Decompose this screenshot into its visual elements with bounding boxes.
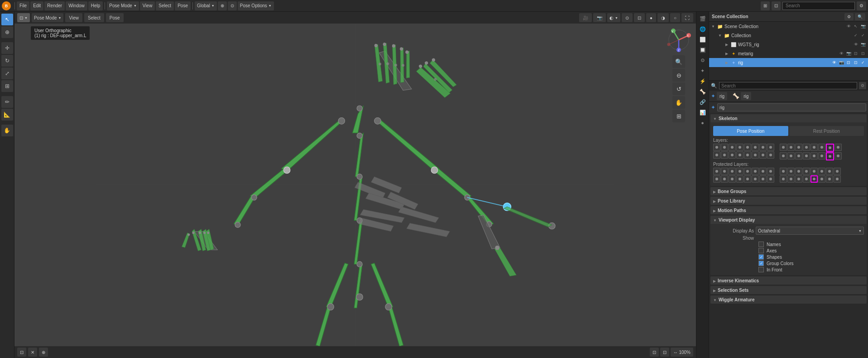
vis-icon-cursor[interactable]: ↖ — [853, 23, 859, 29]
vp-zoom-in[interactable]: 🔍 — [672, 55, 685, 68]
prot-r-1-1[interactable] — [787, 175, 795, 183]
tree-expand-scene[interactable] — [711, 24, 715, 29]
layer-l-1-2[interactable] — [729, 151, 736, 159]
layer-l-1-7[interactable] — [767, 151, 774, 159]
layer-l-0-3[interactable] — [736, 144, 743, 151]
prot-r-1-0[interactable] — [780, 175, 787, 183]
vp-cam-btn[interactable]: 🎥 — [579, 13, 592, 22]
prot-r-0-7[interactable] — [834, 168, 841, 175]
pose-options-selector[interactable]: Pose Options ▼ — [238, 1, 274, 10]
vis-check2[interactable]: ✓ — [860, 32, 866, 39]
vis-metarig-extra[interactable]: ⊡ — [853, 50, 859, 57]
prot-l-1-1[interactable] — [721, 175, 728, 183]
prot-r-0-3[interactable] — [803, 168, 810, 175]
vis-check1[interactable]: ✓ — [853, 32, 859, 39]
vis-metarig-extra2[interactable]: ⊡ — [860, 50, 866, 57]
rest-position-btn[interactable]: Rest Position — [789, 126, 864, 136]
prot-l-0-6[interactable] — [759, 168, 767, 175]
prot-r-1-5[interactable] — [818, 175, 825, 183]
layer-l-1-1[interactable] — [721, 151, 728, 159]
mode-selector[interactable]: Pose Mode ▼ — [107, 1, 139, 10]
prot-r-1-7[interactable] — [834, 175, 841, 183]
vp-footer-right1[interactable]: ⊡ — [650, 348, 659, 357]
tree-item-scene-collection[interactable]: 📁 Scene Collection 👁 ↖ 📷 — [709, 22, 868, 31]
menu-select[interactable]: Select — [156, 1, 174, 10]
scale-tool[interactable]: ⤢ — [1, 68, 13, 79]
vp-orbit[interactable]: ↺ — [672, 82, 685, 95]
props-icon-particles[interactable]: ✦ — [698, 66, 708, 76]
pose-library-header[interactable]: Pose Library — [710, 197, 867, 205]
props-filter-btn[interactable]: ⚙ — [859, 82, 866, 89]
vis-rig-extra3[interactable]: ✓ — [860, 59, 866, 66]
obj-tab-rig2[interactable]: rig — [741, 92, 751, 100]
layer-l-0-2[interactable] — [729, 144, 736, 151]
menu-help[interactable]: Help — [88, 1, 103, 10]
vp-walk[interactable]: ⊞ — [672, 110, 685, 122]
layer-r-0-2[interactable] — [795, 144, 802, 151]
vp-view-btn[interactable]: View — [65, 13, 82, 22]
bone-groups-header[interactable]: Bone Groups — [710, 187, 867, 195]
outliner-btn[interactable]: ⊞ — [761, 1, 770, 10]
props-icon-obj-data[interactable]: 🔲 — [698, 45, 708, 55]
prot-l-1-2[interactable] — [729, 175, 736, 183]
prot-l-0-7[interactable] — [767, 168, 774, 175]
display-as-dropdown[interactable]: Octahedral ▼ — [756, 227, 864, 235]
props-icon-scene[interactable]: 🎬 — [698, 14, 708, 24]
cb-names[interactable] — [758, 242, 764, 247]
move-tool[interactable]: ✛ — [1, 42, 13, 54]
cb-axes[interactable] — [758, 248, 764, 253]
vp-xray-btn[interactable]: ⊡ — [634, 13, 645, 22]
props-icon-modifier[interactable]: ⚙ — [698, 55, 708, 65]
motion-paths-header[interactable]: Motion Paths — [710, 206, 867, 214]
prot-r-0-0[interactable] — [780, 168, 787, 175]
cb-group-colors[interactable] — [758, 261, 764, 266]
cb-shapes[interactable] — [758, 254, 764, 260]
layer-r-1-5[interactable] — [818, 152, 825, 160]
vp-overlay-btn[interactable]: ⊙ — [622, 13, 633, 22]
prot-r-1-6[interactable] — [826, 175, 833, 183]
vis-rig-cam[interactable]: 📷 — [838, 59, 844, 66]
menu-edit[interactable]: Edit — [30, 1, 43, 10]
prot-l-0-2[interactable] — [729, 168, 736, 175]
layer-r-1-2[interactable] — [795, 152, 802, 160]
props-icon-physics[interactable]: ⚡ — [698, 76, 708, 86]
tree-expand-wgts[interactable] — [724, 42, 729, 47]
layer-l-0-1[interactable] — [721, 144, 728, 151]
prot-l-0-1[interactable] — [721, 168, 728, 175]
vis-wgts-eye[interactable]: 👁 — [853, 41, 859, 48]
layer-l-0-6[interactable] — [759, 144, 767, 151]
vp-footer-right3[interactable]: ↔ 100% — [671, 348, 693, 357]
vis-rig-extra2[interactable]: ⊡ — [853, 59, 859, 66]
prot-l-1-6[interactable] — [759, 175, 767, 183]
transform-tool[interactable]: ⊞ — [1, 80, 13, 92]
layer-r-0-3[interactable] — [803, 144, 810, 151]
gizmo[interactable]: X Y Z — [665, 26, 692, 53]
vis-icon-render[interactable]: 📷 — [860, 23, 866, 29]
tree-item-metarig[interactable]: ✦ metarig 👁 📷 ⊡ ⊡ — [709, 49, 868, 58]
prot-l-1-5[interactable] — [752, 175, 759, 183]
vp-mode[interactable]: Pose Mode ▼ — [32, 13, 64, 22]
vp-shading-selector[interactable]: ◐ ▼ — [607, 13, 620, 22]
menu-file[interactable]: File — [17, 1, 29, 10]
prot-r-0-1[interactable] — [787, 168, 795, 175]
layer-l-1-6[interactable] — [759, 151, 767, 159]
tree-item-collection[interactable]: 📁 Collection ✓ ✓ — [709, 31, 868, 40]
layer-r-1-1[interactable] — [787, 152, 795, 160]
layer-r-0-1[interactable] — [787, 144, 795, 151]
layer-r-0-4[interactable] — [810, 144, 818, 151]
props-icon-data[interactable]: 📊 — [698, 107, 708, 117]
vp-footer-left-panel[interactable]: ⊡ — [17, 348, 26, 357]
transform-selector[interactable]: Global ▼ — [195, 1, 217, 10]
layer-r-1-6[interactable] — [826, 152, 834, 160]
vis-rig-extra[interactable]: ⊡ — [845, 59, 852, 66]
global-search[interactable] — [782, 2, 855, 10]
vis-metarig-cam[interactable]: 📷 — [845, 50, 852, 57]
vis-icon-eye[interactable]: 👁 — [845, 23, 852, 29]
layer-r-0-7[interactable] — [834, 144, 842, 151]
filter-btn[interactable]: ⚙ — [857, 1, 866, 10]
vp-rendered-btn[interactable]: ○ — [670, 13, 680, 22]
skeleton-section-header[interactable]: Skeleton — [710, 114, 867, 122]
vp-footer-add[interactable]: ⊕ — [39, 348, 48, 357]
layer-r-1-7[interactable] — [834, 152, 842, 160]
props-search-input[interactable] — [719, 82, 857, 89]
